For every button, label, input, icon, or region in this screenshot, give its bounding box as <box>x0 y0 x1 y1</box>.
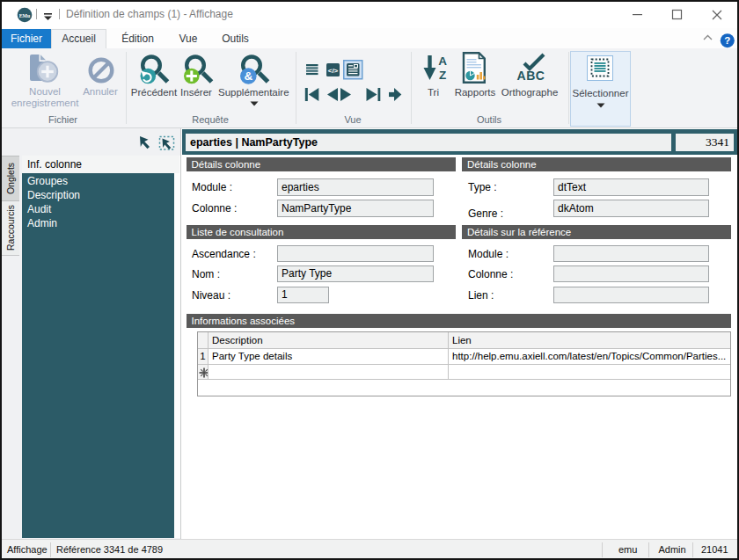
svg-text:?: ? <box>724 35 730 46</box>
svg-text:</>: </> <box>327 67 338 75</box>
svg-text:ABC: ABC <box>517 69 545 83</box>
svg-text:&: & <box>244 69 252 83</box>
svg-text:A: A <box>438 55 447 68</box>
svg-text:EMu: EMu <box>19 12 31 19</box>
svg-text:Z: Z <box>439 69 446 82</box>
